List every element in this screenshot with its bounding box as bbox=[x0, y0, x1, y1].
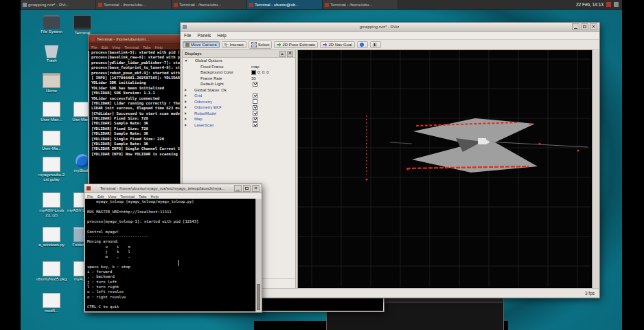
taskbar-button-label: Terminal - ubuntu@ub... bbox=[255, 3, 299, 7]
desktop-icon[interactable]: User-Ma... bbox=[36, 131, 67, 151]
menu-item[interactable]: Terminal bbox=[124, 45, 139, 50]
menu-item[interactable]: Terminal bbox=[120, 195, 135, 199]
toolbar-button[interactable]: Move Camera bbox=[183, 41, 220, 48]
close-button[interactable] bbox=[590, 23, 597, 30]
display-checkbox[interactable] bbox=[253, 117, 257, 122]
desktop-icon[interactable]: ubuntuNod5.pkg bbox=[36, 261, 67, 282]
taskbar-window-icon bbox=[325, 3, 329, 7]
taskbar-button[interactable]: gmapping.rviz* - RVi... bbox=[21, 0, 96, 9]
desktop-icon-label: myagvroubo.2 cst gulay bbox=[36, 173, 67, 182]
rviz-3d-view[interactable] bbox=[297, 50, 593, 289]
desktop-icon[interactable]: Home bbox=[36, 73, 67, 94]
toolbar-button[interactable]: 2D Pose Estimate bbox=[274, 41, 318, 48]
display-row[interactable]: Global Status: Ok bbox=[183, 87, 295, 94]
expand-arrow-icon[interactable] bbox=[185, 106, 187, 109]
expand-arrow-icon[interactable] bbox=[185, 60, 187, 62]
expand-arrow-icon[interactable] bbox=[185, 112, 187, 115]
teleop-terminal-window[interactable]: Terminal - /home/ubuntu/myagv_ros/src/my… bbox=[84, 184, 262, 313]
menu-item[interactable]: File bbox=[91, 45, 97, 50]
display-row[interactable]: Map bbox=[183, 116, 295, 122]
display-row[interactable]: Background Color 0; 0; 0 bbox=[183, 69, 295, 76]
desktop-icon[interactable]: Trash bbox=[36, 44, 67, 63]
desktop-icon-image bbox=[43, 192, 60, 208]
display-label: Fixed Frame bbox=[200, 65, 224, 69]
toolbar-button[interactable]: Interact bbox=[222, 41, 246, 48]
display-value[interactable]: map bbox=[251, 65, 260, 69]
terminal-line: j : turn left bbox=[87, 280, 254, 285]
taskbar-button[interactable]: Terminal - /home/ubu... bbox=[96, 0, 172, 9]
expand-arrow-icon[interactable] bbox=[185, 124, 187, 126]
display-row[interactable]: RobotModel bbox=[183, 111, 295, 117]
menu-item[interactable]: Edit bbox=[97, 195, 104, 199]
toolbar-button[interactable]: Select bbox=[249, 41, 273, 49]
minimize-button[interactable] bbox=[572, 23, 579, 30]
menu-item[interactable]: Tabs bbox=[143, 45, 151, 50]
desktop-icon-image bbox=[73, 15, 91, 30]
panel-close-icon[interactable] bbox=[287, 51, 293, 57]
taskbar-button[interactable]: Terminal - ubuntu@ub... bbox=[247, 0, 323, 9]
display-row[interactable]: Default Light bbox=[183, 81, 295, 87]
displays-panel-header[interactable]: Displays bbox=[183, 50, 295, 58]
display-row[interactable]: Frame Rate 30 bbox=[183, 76, 295, 82]
terminal-line: m , . bbox=[87, 254, 254, 259]
display-row[interactable]: Grid bbox=[183, 93, 295, 99]
display-row[interactable]: Odometry bbox=[183, 99, 295, 105]
menu-item[interactable]: View bbox=[112, 45, 120, 50]
panel-clock[interactable]: 22 Feb, 14:13 bbox=[576, 2, 603, 7]
terminal-scrollbar[interactable] bbox=[255, 199, 261, 311]
display-row[interactable]: Odometry EKF bbox=[183, 104, 295, 111]
desktop-icon[interactable]: a_windows.py bbox=[36, 227, 67, 248]
menu-item[interactable]: Help bbox=[155, 45, 163, 50]
desktop-icon[interactable]: myagvroubo.2 cst gulay bbox=[36, 157, 67, 182]
toolbar-button[interactable] bbox=[357, 41, 368, 48]
taskbar-button[interactable]: Terminal - /home/ubu... bbox=[172, 0, 247, 9]
desktop-icon[interactable]: myAGV-Lnub 22_(2) bbox=[36, 192, 67, 217]
taskbar-button[interactable]: Terminal - /home/ubu... bbox=[323, 0, 398, 9]
expand-arrow-icon[interactable] bbox=[185, 100, 187, 103]
menu-item[interactable]: Edit bbox=[102, 45, 108, 50]
minimize-button[interactable] bbox=[234, 185, 242, 192]
maximize-button[interactable] bbox=[581, 23, 588, 30]
display-checkbox[interactable] bbox=[253, 105, 257, 110]
display-checkbox[interactable] bbox=[253, 122, 257, 127]
panel-undock-icon[interactable] bbox=[279, 51, 286, 57]
menu-item[interactable]: Tabs bbox=[139, 195, 147, 199]
display-value[interactable]: 30 bbox=[251, 76, 256, 80]
desktop-icon[interactable]: mod5... bbox=[36, 293, 67, 314]
rviz-titlebar[interactable]: gmapping.rviz* - RViz bbox=[181, 23, 599, 32]
menu-item[interactable]: View bbox=[108, 195, 116, 199]
scrollbar-thumb[interactable] bbox=[257, 284, 260, 310]
display-checkbox[interactable] bbox=[253, 99, 257, 104]
expand-arrow-icon[interactable] bbox=[185, 89, 187, 91]
terminal-line: ROS_MASTER_URI=http://localhost:11311 bbox=[87, 210, 254, 214]
menu-item[interactable]: File bbox=[87, 195, 93, 199]
menu-item[interactable]: Help bbox=[217, 33, 226, 38]
display-checkbox[interactable] bbox=[253, 111, 257, 116]
display-checkbox[interactable] bbox=[253, 82, 257, 87]
maximize-button[interactable] bbox=[243, 185, 251, 192]
fps-counter: 3 fps bbox=[585, 291, 595, 296]
menu-item[interactable]: Panels bbox=[197, 33, 211, 38]
desktop-icon[interactable]: File System bbox=[36, 15, 67, 34]
teleop-terminal-titlebar[interactable]: Terminal - /home/ubuntu/myagv_ros/src/my… bbox=[84, 184, 262, 193]
close-button[interactable] bbox=[252, 185, 260, 192]
desktop-icon-label: mod5... bbox=[36, 309, 67, 314]
toolbar-button[interactable]: 2D Nav Goal bbox=[320, 41, 354, 48]
toolbar-button-icon bbox=[251, 42, 257, 47]
expand-arrow-icon[interactable] bbox=[185, 94, 187, 97]
tray-status-icon[interactable] bbox=[614, 2, 619, 7]
toolbar-button-icon bbox=[323, 43, 327, 47]
display-row[interactable]: Global Options bbox=[183, 58, 295, 64]
menu-item[interactable]: File bbox=[184, 33, 191, 38]
display-row[interactable]: LaserScan bbox=[183, 122, 295, 129]
display-checkbox[interactable] bbox=[253, 94, 257, 98]
display-value[interactable]: 0; 0; 0 bbox=[251, 70, 269, 75]
menu-item[interactable]: Help bbox=[151, 195, 159, 199]
desktop-icon[interactable]: Terminal bbox=[67, 15, 98, 36]
desktop-icon[interactable]: User-Man... bbox=[36, 102, 67, 122]
expand-arrow-icon[interactable] bbox=[185, 118, 187, 120]
display-row[interactable]: Fixed Frame map bbox=[183, 64, 295, 70]
terminal-output[interactable]: myagv_teleop (myagv_teleop/myagv_teleop.… bbox=[85, 199, 256, 311]
toolbar-button[interactable] bbox=[370, 41, 381, 48]
tray-notification-icon[interactable] bbox=[606, 2, 611, 7]
